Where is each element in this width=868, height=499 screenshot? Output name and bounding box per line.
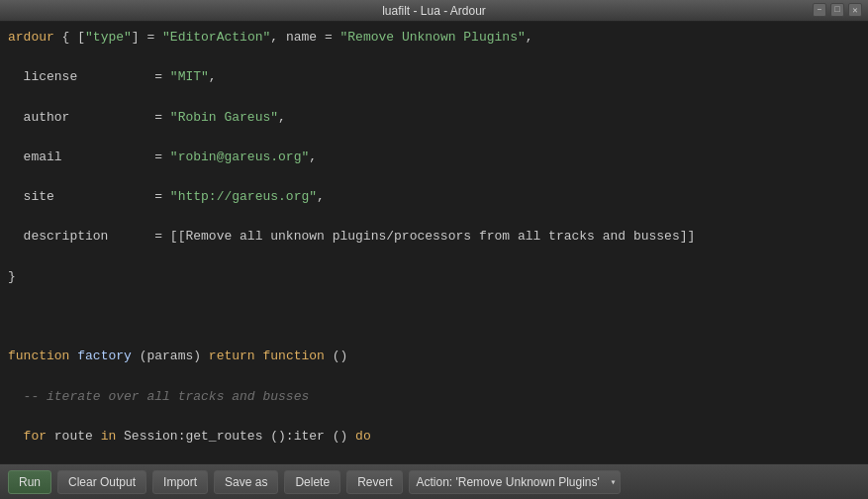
code-content: ardour { ["type"] = "EditorAction", name… bbox=[0, 26, 868, 463]
revert-button[interactable]: Revert bbox=[346, 470, 403, 494]
action-select[interactable]: Action: 'Remove Unknown Plugins' bbox=[409, 470, 621, 494]
minimize-button[interactable]: – bbox=[813, 3, 826, 17]
clear-output-button[interactable]: Clear Output bbox=[57, 470, 146, 494]
action-select-wrapper[interactable]: Action: 'Remove Unknown Plugins' bbox=[409, 470, 621, 494]
window-controls[interactable]: – □ ✕ bbox=[813, 3, 862, 17]
toolbar: Run Clear Output Import Save as Delete R… bbox=[0, 463, 868, 499]
delete-button[interactable]: Delete bbox=[284, 470, 340, 494]
run-button[interactable]: Run bbox=[8, 470, 51, 494]
window-title: luafilt - Lua - Ardour bbox=[382, 4, 486, 18]
close-button[interactable]: ✕ bbox=[848, 3, 862, 17]
titlebar: luafilt - Lua - Ardour – □ ✕ bbox=[0, 0, 868, 22]
code-editor[interactable]: ardour { ["type"] = "EditorAction", name… bbox=[0, 22, 868, 463]
maximize-button[interactable]: □ bbox=[830, 3, 844, 17]
save-as-button[interactable]: Save as bbox=[214, 470, 278, 494]
import-button[interactable]: Import bbox=[152, 470, 208, 494]
